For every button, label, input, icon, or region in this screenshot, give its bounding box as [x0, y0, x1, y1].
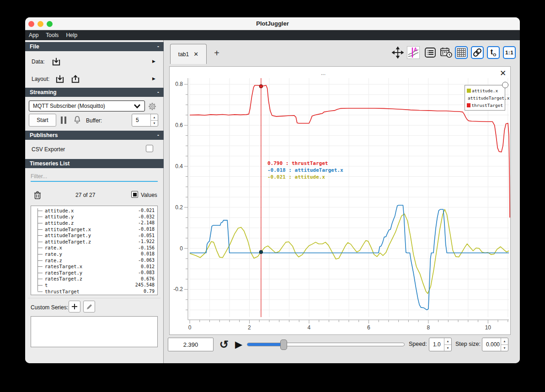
- timeseries-value: 0.79: [144, 289, 155, 294]
- pause-icon[interactable]: [61, 117, 66, 124]
- data-expand-arrow-icon[interactable]: ▶: [152, 59, 155, 64]
- step-size-spinbox[interactable]: 0.000 ▲▼: [482, 338, 508, 351]
- tracker-style-icon[interactable]: A: [407, 46, 420, 59]
- play-button[interactable]: ▶: [232, 338, 245, 351]
- timeseries-value: -0.018: [138, 227, 155, 232]
- section-header-file[interactable]: File -: [25, 42, 164, 51]
- timeseries-item[interactable]: ratesTarget.y-0.083: [34, 270, 157, 276]
- timeseries-tree[interactable]: attitude.x-0.021attitude.y-0.032attitude…: [31, 206, 158, 295]
- timeseries-item[interactable]: rate.x-0.156: [34, 245, 157, 251]
- spin-up-icon[interactable]: ▲: [444, 338, 451, 345]
- legend-entry[interactable]: attitudeTarget.x: [467, 94, 503, 101]
- spin-arrows[interactable]: ▲▼: [501, 338, 508, 351]
- timeseries-item[interactable]: ratesTarget.x0.012: [34, 263, 157, 270]
- series-attitude.x: [190, 209, 509, 293]
- values-checkbox[interactable]: [131, 191, 138, 198]
- pan-zoom-icon[interactable]: [391, 46, 404, 59]
- datetime-icon[interactable]: [440, 46, 453, 59]
- timeseries-item[interactable]: attitudeTarget.z-1.922: [34, 238, 157, 245]
- legend-label: attitude.x: [472, 88, 498, 93]
- save-layout-icon[interactable]: [70, 74, 80, 84]
- add-tab-button[interactable]: +: [211, 48, 222, 58]
- timeseries-item[interactable]: attitude.z-2.148: [34, 220, 157, 226]
- timeseries-item[interactable]: rate.y0.018: [34, 251, 157, 257]
- collapse-icon[interactable]: -: [157, 131, 159, 140]
- svg-text:A: A: [414, 47, 417, 52]
- csv-exporter-checkbox[interactable]: [146, 145, 153, 152]
- menu-tools[interactable]: Tools: [46, 32, 59, 38]
- tab-close-icon[interactable]: ✕: [193, 51, 198, 58]
- spin-arrows[interactable]: ▲▼: [444, 338, 451, 351]
- section-header-publishers[interactable]: Publishers -: [25, 131, 164, 140]
- timeseries-name: rate.y: [45, 251, 62, 257]
- current-time-input[interactable]: [168, 338, 214, 351]
- pencil-icon: [86, 303, 93, 310]
- legend-swatch-icon: [467, 89, 471, 93]
- collapse-icon[interactable]: -: [157, 88, 159, 97]
- bell-icon[interactable]: [72, 115, 82, 127]
- timeline-slider[interactable]: [247, 343, 405, 346]
- timeseries-item[interactable]: ratesTarget.z0.676: [34, 276, 157, 282]
- timeseries-item[interactable]: attitude.y-0.032: [34, 214, 157, 220]
- edit-custom-series-button[interactable]: [83, 301, 95, 313]
- time-offset-button[interactable]: tO: [487, 46, 500, 59]
- speed-spinbox[interactable]: 1.0 ▲▼: [429, 338, 452, 351]
- buffer-spinbox[interactable]: 5 ▲▼: [132, 114, 158, 127]
- layout-expand-arrow-icon[interactable]: ▶: [152, 76, 155, 81]
- spin-down-icon[interactable]: ▼: [444, 345, 451, 351]
- timeseries-name: t: [45, 282, 48, 288]
- menu-app[interactable]: App: [29, 32, 38, 38]
- load-layout-icon[interactable]: [55, 74, 65, 84]
- timeseries-item[interactable]: rate.z-0.063: [34, 257, 157, 264]
- ratio-button[interactable]: 1:1: [503, 46, 516, 59]
- menu-help[interactable]: Help: [66, 32, 77, 38]
- plot-legend[interactable]: attitude.xattitudeTarget.xthrustTarget: [465, 85, 505, 111]
- y-tick-label: 0.4: [175, 163, 183, 170]
- grid-view-button[interactable]: [455, 46, 468, 59]
- filter-input[interactable]: [31, 172, 158, 182]
- plot-canvas[interactable]: 0246810-0.200.20.40.60.8 0.790 : thrustT…: [171, 69, 514, 333]
- tracker-dot: [259, 85, 262, 88]
- section-header-timeseries[interactable]: Timeseries List: [25, 159, 164, 168]
- trash-icon[interactable]: [33, 190, 42, 202]
- slider-handle[interactable]: [280, 339, 287, 350]
- spin-up-icon[interactable]: ▲: [151, 114, 158, 121]
- timeseries-value: -0.083: [138, 270, 155, 275]
- custom-series-list[interactable]: [31, 316, 158, 347]
- list-view-icon[interactable]: [424, 46, 437, 59]
- speed-value: 1.0: [429, 338, 444, 351]
- collapse-icon[interactable]: -: [157, 42, 159, 51]
- link-axes-button[interactable]: [471, 46, 484, 59]
- timeseries-value: 0.012: [141, 264, 155, 269]
- gear-icon[interactable]: [147, 101, 158, 112]
- timeseries-item[interactable]: thrustTarget0.79: [34, 288, 157, 295]
- legend-swatch-icon: [467, 103, 470, 107]
- spin-up-icon[interactable]: ▲: [501, 338, 508, 345]
- timeseries-item[interactable]: attitudeTarget.x-0.018: [34, 226, 157, 233]
- legend-toggle-knob[interactable]: [502, 82, 508, 88]
- streaming-source-select[interactable]: MQTT Subscriber (Mosquitto): [29, 101, 145, 111]
- window-title: PlotJuggler: [25, 17, 520, 30]
- x-tick-label: 10: [485, 324, 492, 331]
- loop-button[interactable]: ↺: [217, 338, 231, 351]
- legend-entry[interactable]: attitude.x: [467, 87, 503, 94]
- timeseries-item[interactable]: attitude.x-0.021: [34, 207, 157, 214]
- timeseries-value: -0.051: [138, 233, 155, 238]
- load-data-icon[interactable]: [51, 57, 61, 67]
- timeseries-item[interactable]: t245.548: [34, 282, 157, 288]
- legend-entry[interactable]: thrustTarget: [467, 101, 503, 109]
- slider-fill: [247, 343, 283, 346]
- custom-series-label: Custom Series:: [31, 304, 68, 311]
- start-button[interactable]: Start: [29, 114, 56, 127]
- timeseries-item[interactable]: attitudeTarget.y-0.051: [34, 232, 157, 238]
- timeseries-name: attitudeTarget.z: [45, 239, 91, 244]
- csv-exporter-label: CSV Exporter: [32, 146, 65, 153]
- timeseries-name: attitude.x: [45, 208, 74, 213]
- spin-arrows[interactable]: ▲▼: [150, 114, 158, 126]
- tab-tab1[interactable]: tab1 ✕: [170, 44, 207, 64]
- spin-down-icon[interactable]: ▼: [151, 121, 158, 127]
- series-count: 27 of 27: [75, 192, 95, 198]
- add-custom-series-button[interactable]: [69, 301, 80, 313]
- spin-down-icon[interactable]: ▼: [501, 345, 508, 351]
- section-header-streaming[interactable]: Streaming -: [25, 88, 164, 97]
